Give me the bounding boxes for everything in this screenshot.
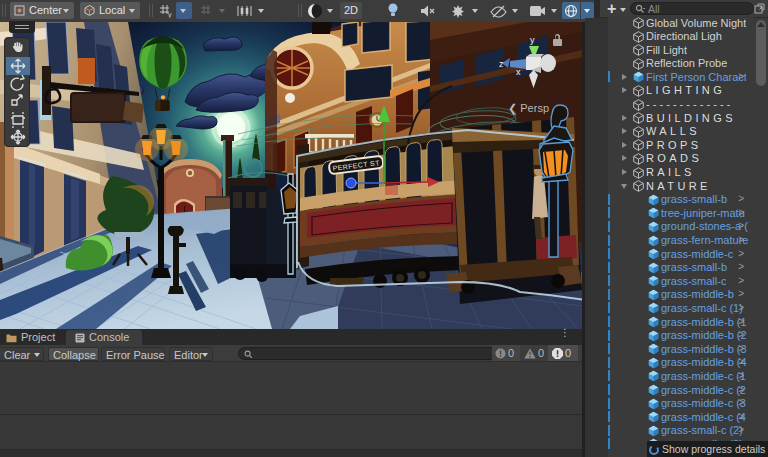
svg-text:y: y xyxy=(168,11,172,18)
svg-text:z: z xyxy=(499,59,504,69)
svg-text:y: y xyxy=(530,35,535,45)
svg-text:x: x xyxy=(516,67,521,77)
svg-text:❮ Persp: ❮ Persp xyxy=(508,102,549,115)
